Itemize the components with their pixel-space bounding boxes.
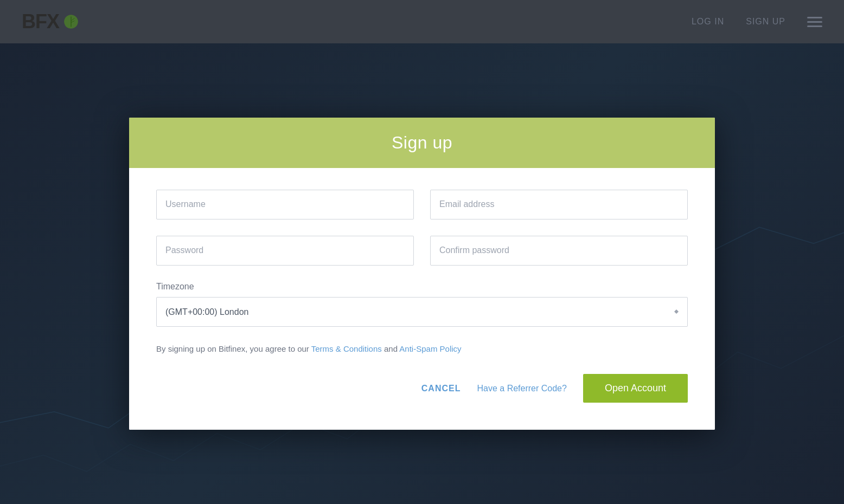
- timezone-select[interactable]: (GMT-12:00) International Date Line West…: [156, 297, 688, 327]
- spam-policy-link[interactable]: Anti-Spam Policy: [399, 344, 461, 353]
- signup-modal: Sign up: [129, 118, 715, 430]
- hamburger-line-3: [807, 25, 822, 27]
- terms-text: By signing up on Bitfinex, you agree to …: [156, 343, 688, 356]
- referrer-link[interactable]: Have a Referrer Code?: [477, 378, 566, 399]
- password-input[interactable]: [156, 236, 414, 266]
- modal-wrapper: Sign up: [0, 43, 844, 504]
- logo-leaf-icon: [62, 13, 80, 30]
- email-group: [430, 190, 688, 219]
- signup-link[interactable]: SIGN UP: [746, 17, 785, 27]
- terms-link[interactable]: Terms & Conditions: [311, 344, 382, 353]
- modal-title: Sign up: [151, 133, 693, 153]
- header: BFX LOG IN SIGN UP: [0, 0, 844, 43]
- modal-header: Sign up: [129, 118, 715, 168]
- confirm-password-group: [430, 236, 688, 266]
- cancel-button[interactable]: CANCEL: [421, 378, 461, 399]
- header-nav: LOG IN SIGN UP: [692, 17, 822, 27]
- terms-middle: and: [382, 344, 400, 353]
- timezone-label: Timezone: [156, 282, 688, 292]
- logo: BFX: [22, 10, 80, 33]
- timezone-group: Timezone (GMT-12:00) International Date …: [156, 282, 688, 327]
- terms-prefix: By signing up on Bitfinex, you agree to …: [156, 344, 311, 353]
- hamburger-line-2: [807, 21, 822, 23]
- form-row-1: [156, 190, 688, 219]
- login-link[interactable]: LOG IN: [692, 17, 724, 27]
- modal-body: Timezone (GMT-12:00) International Date …: [129, 168, 715, 430]
- form-row-2: [156, 236, 688, 266]
- hamburger-line-1: [807, 17, 822, 18]
- confirm-password-input[interactable]: [430, 236, 688, 266]
- password-group: [156, 236, 414, 266]
- open-account-button[interactable]: Open Account: [583, 374, 688, 403]
- username-input[interactable]: [156, 190, 414, 219]
- email-input[interactable]: [430, 190, 688, 219]
- logo-text: BFX: [22, 10, 59, 33]
- username-group: [156, 190, 414, 219]
- form-actions: CANCEL Have a Referrer Code? Open Accoun…: [156, 374, 688, 403]
- hamburger-menu[interactable]: [807, 17, 822, 27]
